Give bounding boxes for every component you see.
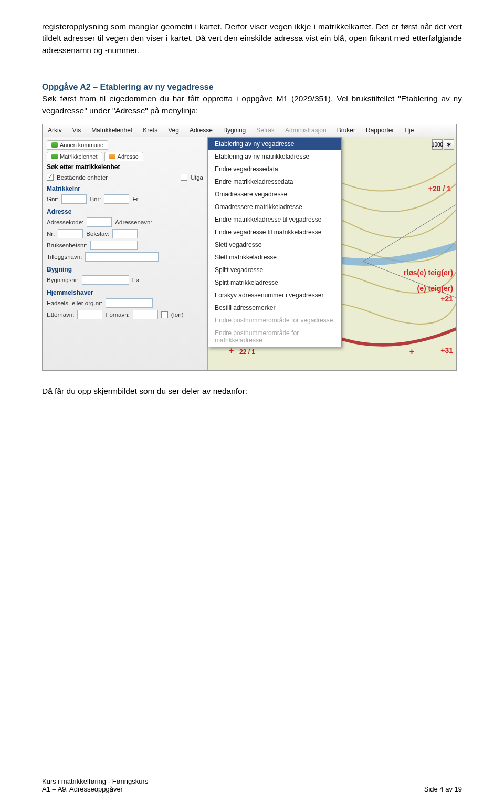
label-tilleggsnavn: Tilleggsnavn: (47, 254, 82, 260)
intro-paragraph: registeropplysning som manglar geometri … (42, 21, 462, 56)
checkbox-utga[interactable] (181, 174, 187, 181)
label-fr: Fr (132, 196, 138, 202)
map-tool-icon[interactable]: ✱ (444, 139, 454, 150)
menu-veg[interactable]: Veg (163, 124, 184, 137)
label-bnr: Bnr: (90, 196, 101, 202)
tab-adresse[interactable]: Adresse (104, 152, 143, 161)
menuitem-etablering-ny-vegadresse[interactable]: Etablering av ny vegadresse (208, 138, 341, 150)
menu-bygning[interactable]: Bygning (218, 124, 251, 137)
label-lo: Lø (132, 277, 139, 283)
menuitem-endre-matrikkeladressedata[interactable]: Endre matrikkeladressedata (208, 175, 341, 188)
input-etternavn[interactable] (77, 310, 102, 319)
menuitem-omadressere-vegadresse[interactable]: Omadressere vegadresse (208, 188, 341, 201)
input-bruksenhetsnr[interactable] (90, 241, 138, 250)
menuitem-bestill-adressemerker[interactable]: Bestill adressemerker (208, 301, 341, 314)
checkbox-bestaaende[interactable] (47, 174, 54, 181)
menuitem-endre-matrikkeladresse-til-vegadresse[interactable]: Endre matrikkeladresse til vegadresse (208, 213, 341, 226)
input-bokstav[interactable] (112, 229, 138, 238)
menuitem-omadressere-matrikkeladresse[interactable]: Omadressere matrikkeladresse (208, 201, 341, 213)
label-fodsels-org: Fødsels- eller org.nr: (47, 300, 102, 306)
label-fornavn: Fornavn: (106, 311, 129, 318)
tab-label: Annen kommune (60, 142, 103, 148)
menuitem-slett-matrikkeladresse[interactable]: Slett matrikkeladresse (208, 251, 341, 264)
label-gnr: Gnr: (47, 196, 58, 202)
page-footer: Kurs i matrikkelføring - Føringskurs A1 … (42, 775, 462, 793)
checkbox-utga-label: Utgå (191, 174, 203, 181)
map-toolbar: 1000 ✱ (432, 139, 454, 150)
label-nr: Nr: (47, 231, 55, 237)
label-adressekode: Adressekode: (47, 219, 83, 225)
menu-hjelp[interactable]: Hje (399, 124, 419, 137)
label-bygningsnr: Bygningsnr: (47, 277, 79, 283)
input-adressekode[interactable] (87, 217, 112, 227)
map-label-rlos: rløs(e) teig(er) (404, 268, 453, 277)
input-bygningsnr[interactable] (82, 275, 129, 285)
app-screenshot: Arkiv Vis Matrikkelenhet Krets Veg Adres… (42, 124, 457, 371)
checkbox-bestaaende-label: Bestående enheter (57, 174, 108, 181)
footer-line-2: A1 – A9. Adresseoppgåver (42, 785, 148, 793)
checkbox-fon[interactable] (161, 311, 168, 318)
section-heading: Oppgåve A2 – Etablering av ny vegadresse (42, 82, 462, 92)
group-bygning: Bygning (47, 266, 203, 273)
menuitem-endre-vegadressedata[interactable]: Endre vegadressedata (208, 163, 341, 175)
group-adresse: Adresse (47, 208, 203, 215)
menu-rapporter[interactable]: Rapporter (361, 124, 399, 137)
menuitem-endre-vegadresse-til-matrikkeladresse[interactable]: Endre vegadresse til matrikkeladresse (208, 226, 341, 238)
map-label-20-1: +20 / 1 (428, 184, 451, 193)
tab-annen-kommune[interactable]: Annen kommune (47, 140, 108, 150)
menuitem-forskyv-adressenummer[interactable]: Forskyv adressenummer i vegadresser (208, 289, 341, 301)
footer-page: Side 4 av 19 (424, 785, 462, 793)
group-hjemmelshaver: Hjemmelshaver (47, 289, 203, 296)
input-tilleggsnavn[interactable] (85, 252, 159, 262)
menu-matrikkelenhet[interactable]: Matrikkelenhet (86, 124, 138, 137)
menu-arkiv[interactable]: Arkiv (43, 124, 67, 137)
map-scale-button[interactable]: 1000 (432, 139, 443, 150)
tab-matrikkelenhet[interactable]: Matrikkelenhet (47, 152, 102, 161)
folder-icon (51, 154, 58, 159)
menuitem-splitt-matrikkeladresse[interactable]: Splitt matrikkeladresse (208, 276, 341, 289)
adresse-dropdown-menu: Etablering av ny vegadresse Etablering a… (208, 137, 342, 347)
label-bokstav: Bokstav: (86, 231, 109, 237)
label-etternavn: Etternavn: (47, 311, 74, 318)
input-bnr[interactable] (104, 194, 129, 204)
menu-administrasjon: Administrasjon (280, 124, 332, 137)
menu-krets[interactable]: Krets (138, 124, 163, 137)
label-adressenavn: Adressenavn: (115, 219, 152, 225)
after-screenshot-text: Då får du opp skjermbildet som du ser de… (42, 387, 462, 396)
folder-icon (109, 154, 116, 159)
tab-label: Adresse (118, 153, 139, 160)
map-label-31: +31 (440, 346, 453, 355)
menu-bruker[interactable]: Bruker (332, 124, 361, 137)
menubar: Arkiv Vis Matrikkelenhet Krets Veg Adres… (43, 124, 456, 137)
map-plus-icon: + (410, 347, 414, 357)
section-body: Søk først fram til eigedommen du har fåt… (42, 93, 462, 117)
input-fornavn[interactable] (133, 310, 158, 319)
label-fon: (fon) (171, 311, 184, 318)
menuitem-slett-vegadresse[interactable]: Slett vegadresse (208, 238, 341, 251)
menu-vis[interactable]: Vis (67, 124, 86, 137)
menuitem-etablering-ny-matrikkeladresse[interactable]: Etablering av ny matrikkeladresse (208, 150, 341, 163)
menuitem-splitt-vegadresse[interactable]: Splitt vegadresse (208, 264, 341, 276)
menuitem-endre-postnr-vegadresse: Endre postnummerområde for vegadresse (208, 314, 341, 327)
group-matrikkelnr: Matrikkelnr (47, 185, 203, 192)
footer-line-1: Kurs i matrikkelføring - Føringskurs (42, 777, 148, 785)
search-panel: Annen kommune Matrikkelenhet Adresse Søk… (43, 137, 208, 370)
input-gnr[interactable] (61, 194, 87, 204)
menu-adresse[interactable]: Adresse (184, 124, 218, 137)
input-nr[interactable] (58, 229, 83, 238)
label-bruksenhetsnr: Bruksenhetsnr: (47, 242, 87, 248)
menuitem-endre-postnr-matrikkeladresse: Endre postnummerområde for matrikkeladre… (208, 327, 341, 347)
map-plus-icon: + (229, 346, 234, 356)
panel-title: Søk etter matrikkelenhet (47, 163, 203, 171)
map-label-21: +21 (440, 295, 453, 303)
menu-sefrak: Sefrak (251, 124, 280, 137)
folder-icon (51, 142, 58, 148)
map-label-22-1: 22 / 1 (239, 348, 255, 356)
input-fodsels-org[interactable] (106, 298, 153, 308)
map-label-teiger: (e) teig(er) (417, 284, 453, 293)
tab-label: Matrikkelenhet (60, 153, 98, 160)
